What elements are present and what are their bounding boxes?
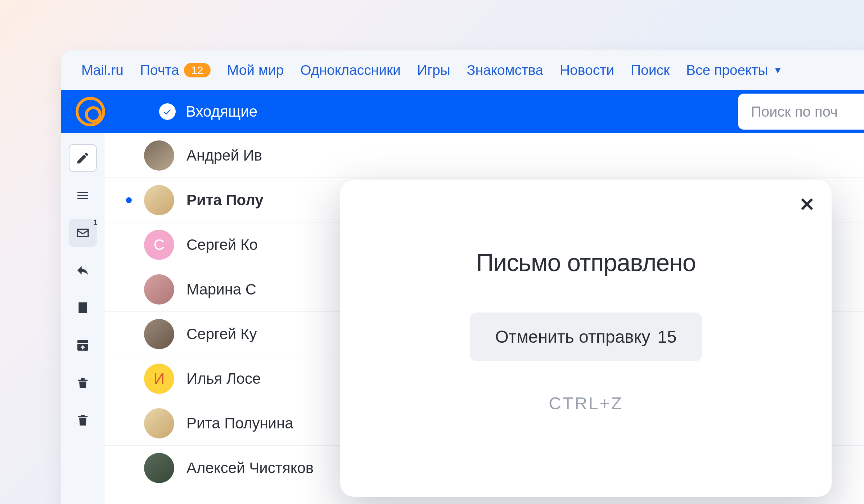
nav-brand[interactable]: Mail.ru — [81, 62, 123, 78]
sender-name: Сергей Ко — [186, 236, 330, 253]
undo-send-button[interactable]: Отменить отправку 15 — [470, 312, 702, 361]
nav-my-world[interactable]: Мой мир — [227, 62, 284, 78]
keyboard-shortcut-hint: CTRL+Z — [549, 393, 623, 413]
app-window: Mail.ru Почта 12 Мой мир Одноклассники И… — [61, 50, 864, 504]
chevron-down-icon: ▼ — [773, 65, 783, 76]
nav-odnoklassniki[interactable]: Одноклассники — [300, 62, 401, 78]
nav-mail-badge: 12 — [184, 63, 210, 77]
drafts-button[interactable] — [69, 294, 97, 322]
sender-name: Алексей Чистяков — [186, 459, 330, 477]
menu-button[interactable] — [69, 181, 97, 210]
header-bar: Входящие Поиск по поч — [61, 90, 864, 133]
search-input[interactable]: Поиск по поч — [738, 94, 864, 130]
mailru-logo-icon — [76, 97, 105, 126]
search-placeholder: Поиск по поч — [751, 104, 838, 120]
sender-name: Марина С — [186, 281, 330, 298]
modal-title: Письмо отправлено — [476, 248, 696, 276]
message-row[interactable]: Андрей Ив — [104, 133, 864, 178]
sender-name: Рита Полу — [186, 192, 330, 209]
spam-button[interactable] — [69, 369, 97, 397]
reply-button[interactable] — [69, 256, 97, 284]
inbox-badge: 1 — [93, 218, 97, 226]
nav-search[interactable]: Поиск — [631, 62, 670, 78]
nav-mail-label: Почта — [140, 62, 179, 78]
avatar — [144, 408, 174, 438]
nav-dating[interactable]: Знакомства — [467, 62, 543, 78]
top-nav: Mail.ru Почта 12 Мой мир Одноклассники И… — [61, 50, 864, 90]
compose-button[interactable] — [69, 144, 97, 172]
nav-all-projects[interactable]: Все проекты ▼ — [686, 62, 782, 78]
unread-dot-icon — [126, 197, 132, 203]
avatar — [144, 319, 174, 349]
current-folder-label: Входящие — [186, 103, 257, 120]
select-all-button[interactable] — [159, 103, 176, 120]
undo-send-label: Отменить отправку — [495, 327, 650, 347]
avatar — [144, 274, 174, 305]
sent-confirmation-modal: ✕ Письмо отправлено Отменить отправку 15… — [340, 180, 832, 497]
nav-games[interactable]: Игры — [417, 62, 450, 78]
sender-name: Рита Полунина — [186, 415, 330, 432]
archive-button[interactable] — [69, 331, 97, 359]
nav-all-projects-label: Все проекты — [686, 62, 768, 78]
avatar: И — [144, 364, 174, 394]
avatar — [144, 185, 174, 215]
sender-name: Андрей Ив — [186, 147, 330, 164]
undo-send-countdown: 15 — [657, 327, 676, 347]
sender-name: Илья Лосе — [186, 370, 330, 387]
nav-news[interactable]: Новости — [560, 62, 614, 78]
avatar: С — [144, 230, 174, 260]
trash-button[interactable] — [69, 406, 97, 434]
avatar — [144, 453, 174, 483]
sidebar-rail: 1 — [61, 133, 104, 504]
sender-name: Сергей Ку — [186, 325, 330, 343]
inbox-button[interactable]: 1 — [69, 219, 97, 247]
nav-mail[interactable]: Почта 12 — [140, 62, 211, 78]
avatar — [144, 140, 174, 171]
close-icon[interactable]: ✕ — [799, 194, 815, 215]
